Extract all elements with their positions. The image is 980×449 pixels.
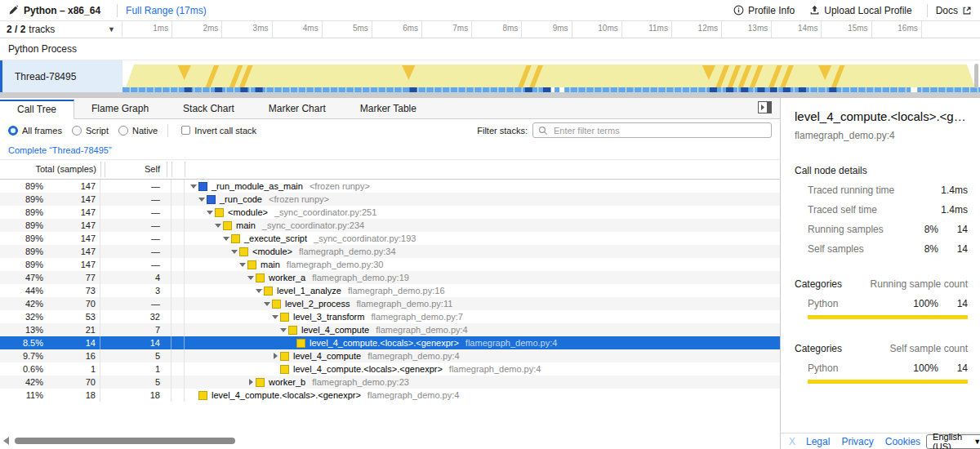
- language-select[interactable]: English (US) ▼: [926, 434, 980, 449]
- radio-native-label[interactable]: Native: [132, 126, 158, 136]
- expand-arrow-icon[interactable]: [214, 219, 223, 232]
- process-track-header[interactable]: Python Process: [0, 38, 980, 60]
- expand-arrow-icon[interactable]: [263, 297, 272, 310]
- expand-arrow-icon[interactable]: [206, 206, 215, 219]
- complete-thread-link[interactable]: Complete “Thread-78495”: [8, 145, 112, 155]
- call-tree-row[interactable]: 47%774worker_aflamegraph_demo.py:19: [0, 271, 780, 284]
- call-node[interactable]: worker_bflamegraph_demo.py:23: [185, 376, 409, 389]
- expand-arrow-icon[interactable]: [230, 245, 239, 258]
- tracks-dropdown-button[interactable]: 2 / 2 tracks ▼: [0, 21, 122, 38]
- detail-label: Traced running time: [795, 184, 911, 196]
- row-total-percent: 89%: [0, 260, 43, 269]
- expand-arrow-icon[interactable]: [222, 232, 231, 245]
- call-node[interactable]: main_sync_coordinator.py:234: [185, 219, 364, 232]
- call-tree-row[interactable]: 9.7%165level_4_computeflamegraph_demo.py…: [0, 349, 780, 362]
- call-tree-row[interactable]: 42%705worker_bflamegraph_demo.py:23: [0, 376, 780, 389]
- tab-flame-graph[interactable]: Flame Graph: [74, 99, 166, 118]
- expand-arrow-icon[interactable]: [238, 258, 247, 271]
- call-node[interactable]: level_1_analyzeflamegraph_demo.py:16: [185, 284, 445, 297]
- call-node[interactable]: level_4_compute.<locals>.<genexpr>flameg…: [185, 389, 459, 402]
- edit-profile-name-icon[interactable]: [8, 5, 19, 16]
- detail-percent: [911, 204, 938, 216]
- upload-local-profile-button[interactable]: Upload Local Profile: [809, 5, 911, 16]
- thread-track-label[interactable]: Thread-78495: [0, 60, 122, 93]
- call-node[interactable]: <module>flamegraph_demo.py:34: [185, 245, 396, 258]
- expand-arrow-icon[interactable]: [198, 193, 207, 206]
- file-location: <frozen runpy>: [310, 181, 370, 191]
- call-tree-row[interactable]: 44%733level_1_analyzeflamegraph_demo.py:…: [0, 284, 780, 297]
- profile-info-button[interactable]: Profile Info: [733, 5, 795, 16]
- call-node[interactable]: _run_module_as_main<frozen runpy>: [185, 180, 370, 193]
- hscrollbar-thumb[interactable]: [15, 438, 235, 444]
- scroll-left-arrow-icon[interactable]: [3, 437, 9, 445]
- column-header-self[interactable]: Self: [106, 164, 160, 174]
- footer-link-cookies[interactable]: Cookies: [885, 436, 920, 447]
- call-tree-row[interactable]: 13%217level_4_computeflamegraph_demo.py:…: [0, 323, 780, 336]
- thread-activity-graph[interactable]: [122, 60, 980, 93]
- call-tree-row[interactable]: 89%147—_execute_script_sync_coordinator.…: [0, 232, 780, 245]
- call-node[interactable]: level_4_computeflamegraph_demo.py:4: [185, 349, 460, 362]
- docs-button[interactable]: Docs: [936, 5, 972, 16]
- call-node[interactable]: level_2_processflamegraph_demo.py:11: [185, 297, 452, 310]
- radio-all-frames-label[interactable]: All frames: [22, 126, 62, 136]
- expand-arrow-icon[interactable]: [247, 271, 256, 284]
- filter-stacks-field[interactable]: [532, 122, 772, 138]
- tab-marker-chart[interactable]: Marker Chart: [252, 99, 343, 118]
- thread-track[interactable]: Thread-78495: [0, 60, 980, 98]
- timeline-horizontal-scrollbar[interactable]: [0, 92, 980, 97]
- tab-marker-table[interactable]: Marker Table: [343, 99, 434, 118]
- chevron-down-icon: ▼: [973, 438, 980, 446]
- column-header-total[interactable]: Total (samples): [0, 164, 96, 174]
- call-node[interactable]: _execute_script_sync_coordinator.py:193: [185, 232, 416, 245]
- invert-call-stack-checkbox[interactable]: [181, 126, 190, 135]
- call-tree-row[interactable]: 89%147—<module>flamegraph_demo.py:34: [0, 245, 780, 258]
- collapsed-arrow-icon[interactable]: [247, 376, 256, 389]
- arrow-spacer: [287, 336, 296, 349]
- call-node[interactable]: level_4_compute.<locals>.<genexpr>flameg…: [185, 336, 557, 349]
- call-tree-row[interactable]: 89%147—_run_module_as_main<frozen runpy>: [0, 180, 780, 193]
- footer-link-privacy[interactable]: Privacy: [841, 436, 873, 447]
- sidebar-toggle-icon[interactable]: [758, 101, 772, 116]
- radio-script[interactable]: [72, 126, 82, 136]
- radio-all-frames[interactable]: [8, 126, 18, 136]
- call-node[interactable]: worker_aflamegraph_demo.py:19: [185, 271, 409, 284]
- expand-arrow-icon[interactable]: [255, 284, 264, 297]
- call-tree-row[interactable]: 11%1818level_4_compute.<locals>.<genexpr…: [0, 389, 780, 402]
- expand-arrow-icon[interactable]: [189, 180, 198, 193]
- footer: X LegalPrivacyCookies English (US) ▼: [781, 433, 980, 449]
- category-color-swatch: [280, 352, 289, 361]
- call-node[interactable]: <module>_sync_coordinator.py:251: [185, 206, 376, 219]
- tab-call-tree[interactable]: Call Tree: [0, 100, 74, 119]
- radio-script-label[interactable]: Script: [86, 126, 109, 136]
- call-node[interactable]: level_3_transformflamegraph_demo.py:7: [185, 310, 463, 323]
- invert-call-stack-label[interactable]: Invert call stack: [194, 126, 256, 136]
- call-tree-row[interactable]: 32%5332level_3_transformflamegraph_demo.…: [0, 310, 780, 323]
- expand-arrow-icon[interactable]: [279, 323, 288, 336]
- filter-stacks-input[interactable]: [552, 125, 766, 136]
- row-total-percent: 11%: [0, 390, 43, 400]
- call-tree-row[interactable]: 89%147—main_sync_coordinator.py:234: [0, 219, 780, 232]
- ruler-tick: 16ms: [872, 21, 922, 38]
- ruler-tick: 12ms: [672, 21, 722, 38]
- footer-link-legal[interactable]: Legal: [806, 436, 830, 447]
- call-tree-row[interactable]: 89%147—_run_code<frozen runpy>: [0, 193, 780, 206]
- collapsed-arrow-icon[interactable]: [271, 349, 280, 362]
- call-node[interactable]: _run_code<frozen runpy>: [185, 193, 329, 206]
- call-tree-row[interactable]: 89%147—mainflamegraph_demo.py:30: [0, 258, 780, 271]
- row-self-count: 5: [100, 377, 160, 387]
- expand-arrow-icon[interactable]: [271, 310, 280, 323]
- timeline-vertical-scrollbar[interactable]: [974, 64, 978, 88]
- footer-x-link[interactable]: X: [789, 436, 795, 447]
- call-tree-row[interactable]: 0.6%11level_4_compute.<locals>.<genexpr>…: [0, 362, 780, 376]
- call-node[interactable]: level_4_computeflamegraph_demo.py:4: [185, 323, 468, 336]
- call-tree-panel: Call Tree Flame Graph Stack Chart Marker…: [0, 98, 780, 449]
- tracks-count: 2 / 2: [7, 24, 25, 35]
- call-tree-row[interactable]: 42%70—level_2_processflamegraph_demo.py:…: [0, 297, 780, 310]
- call-tree-row[interactable]: 8.5%1414level_4_compute.<locals>.<genexp…: [0, 336, 780, 349]
- radio-native[interactable]: [118, 126, 128, 136]
- call-tree-row[interactable]: 89%147—<module>_sync_coordinator.py:251: [0, 206, 780, 219]
- tab-stack-chart[interactable]: Stack Chart: [166, 99, 252, 118]
- full-range-link[interactable]: Full Range (17ms): [126, 5, 207, 16]
- call-node[interactable]: level_4_compute.<locals>.<genexpr>flameg…: [185, 362, 541, 376]
- call-node[interactable]: mainflamegraph_demo.py:30: [185, 258, 383, 271]
